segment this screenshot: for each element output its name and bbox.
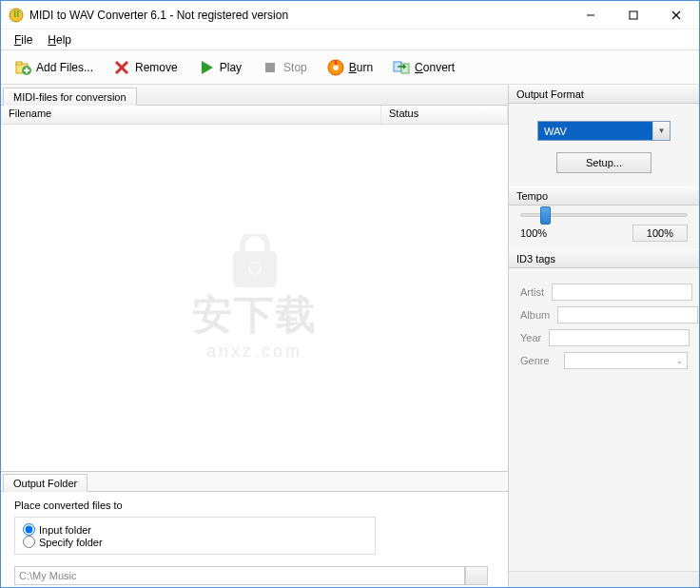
artist-input[interactable] [552,284,692,301]
output-format-body: WAV ▼ Setup... [509,104,699,186]
file-list[interactable]: 安下载 anxz.com [1,125,508,471]
radio-input-folder-label: Input folder [39,524,91,536]
right-panel: Output Format WAV ▼ Setup... Tempo 100% … [509,85,699,587]
menu-help[interactable]: Help [42,31,77,49]
burn-icon [326,58,345,77]
tempo-body: 100% 100% [509,206,699,249]
col-status[interactable]: Status [381,106,508,124]
chevron-down-icon: ▼ [652,122,670,140]
format-value: WAV [538,126,652,137]
files-tab-header: MIDI-files for conversion [1,85,508,106]
album-label: Album [520,309,550,321]
svg-rect-20 [233,251,277,287]
artist-label: Artist [520,286,544,298]
svg-rect-2 [17,10,19,17]
radio-specify-folder[interactable]: Specify folder [23,536,367,548]
list-header: Filename Status [1,106,508,125]
stop-icon [261,58,280,77]
menu-file[interactable]: File [9,31,38,49]
output-format-title: Output Format [509,85,699,104]
svg-point-21 [249,263,261,274]
add-files-icon [13,58,32,77]
year-input[interactable] [549,329,690,346]
convert-icon [392,58,411,77]
add-files-button[interactable]: Add Files... [5,54,102,81]
place-files-label: Place converted files to [14,500,495,511]
tempo-title: Tempo [509,186,699,206]
svg-rect-15 [265,63,275,72]
burn-button[interactable]: Burn [318,54,381,81]
radio-specify-folder-input[interactable] [23,536,35,548]
svg-rect-8 [16,62,22,65]
remove-icon [112,58,131,77]
svg-rect-19 [401,64,409,73]
convert-label: Convert [415,61,455,74]
col-filename[interactable]: Filename [1,106,381,124]
menubar: File Help [1,29,699,50]
play-button[interactable]: Play [188,54,250,81]
genre-select[interactable]: ⌄ [564,352,688,369]
app-icon [9,8,24,23]
tempo-slider[interactable] [520,213,688,217]
resize-grip[interactable] [683,572,699,587]
path-input [14,566,465,585]
id3-body: Artist Album Year Genre ⌄ [509,268,699,384]
remove-button[interactable]: Remove [104,54,186,81]
radio-specify-folder-label: Specify folder [39,537,103,548]
svg-marker-14 [202,61,213,74]
watermark: 安下载 anxz.com [192,234,318,362]
setup-button[interactable]: Setup... [556,152,651,173]
close-button[interactable] [654,2,697,29]
play-label: Play [220,61,242,74]
svg-rect-4 [630,11,637,19]
tempo-left-label: 100% [520,227,547,239]
convert-button[interactable]: Convert [383,54,463,81]
stop-label: Stop [283,61,307,74]
browse-button[interactable] [465,566,488,585]
format-select[interactable]: WAV ▼ [537,121,671,141]
year-label: Year [520,332,541,343]
svg-rect-1 [14,10,16,17]
toolbar: Add Files... Remove Play Stop Burn Conve… [1,50,699,85]
radio-input-folder-input[interactable] [23,523,35,536]
output-folder-tab[interactable]: Output Folder [3,474,88,492]
tempo-thumb[interactable] [540,206,551,225]
radio-group: Input folder Specify folder [14,517,376,555]
stop-button[interactable]: Stop [252,54,316,81]
play-icon [197,58,216,77]
path-row [14,566,488,585]
add-files-label: Add Files... [36,61,93,74]
svg-point-0 [10,9,23,22]
titlebar: MIDI to WAV Converter 6.1 - Not register… [1,1,699,29]
maximize-button[interactable] [612,2,654,29]
left-panel: MIDI-files for conversion Filename Statu… [1,85,509,587]
content: MIDI-files for conversion Filename Statu… [1,85,699,587]
album-input[interactable] [557,306,698,323]
output-folder-panel: Place converted files to Input folder Sp… [1,492,508,587]
minimize-button[interactable] [569,2,612,29]
radio-input-folder[interactable]: Input folder [23,523,367,536]
files-tab[interactable]: MIDI-files for conversion [3,88,137,106]
id3-title: ID3 tags [509,249,699,268]
window-title: MIDI to WAV Converter 6.1 - Not register… [29,9,569,22]
remove-label: Remove [135,61,178,74]
chevron-down-icon: ⌄ [676,357,683,365]
tempo-value: 100% [632,225,688,242]
burn-label: Burn [349,61,373,74]
output-tab-header: Output Folder [1,471,508,492]
genre-label: Genre [520,355,556,366]
scrollbar-horizontal[interactable] [509,571,699,587]
